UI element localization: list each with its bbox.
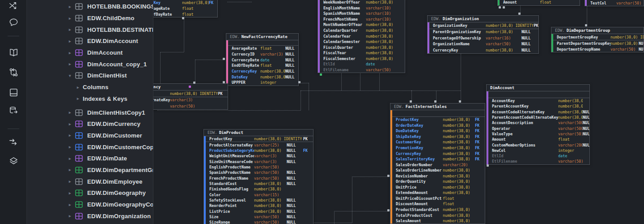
database-export-icon[interactable] xyxy=(8,106,19,116)
column-row[interactable]: OrderQuantitynumber(38,0) xyxy=(392,179,485,185)
column-row[interactable]: TotalProductCostnumber(38,0) xyxy=(392,212,485,218)
table-card-testcol-table-partial[interactable]: TestColvarchar(50) xyxy=(585,0,644,6)
connection-point[interactable] xyxy=(182,17,184,19)
column-row[interactable]: CalendarSemesternumber(38,0) xyxy=(320,39,405,45)
column-row[interactable]: CurrencyIDvarchar(3)NULL xyxy=(228,52,298,57)
column-row[interactable]: CurrencyKeynumber(38,0)FK xyxy=(392,151,485,156)
tree-item-dimaccount-copy-1[interactable]: ▸DimAccount_copy_1 xyxy=(27,58,153,70)
column-row[interactable]: EnglishProductNamevarchar(50) xyxy=(206,164,313,170)
column-row[interactable]: CurrencyNamevarchar(50) xyxy=(153,103,228,109)
column-row[interactable]: RevisionNumbernumber(38,0) xyxy=(392,173,485,179)
column-row[interactable]: AccountDescriptionvarchar(500)NULL xyxy=(488,120,589,125)
double-arrow-right-icon[interactable] xyxy=(8,137,19,147)
column-row[interactable]: DueDateKeynumber(38,0)FK xyxy=(392,128,485,134)
column-row[interactable]: ReorderPointnumber(38,0)NULL xyxy=(206,203,313,208)
shuffle-icon[interactable] xyxy=(8,0,19,11)
column-row[interactable]: FiscalSemesternumber(38,0) xyxy=(320,56,405,61)
connection-point[interactable] xyxy=(459,100,461,103)
column-row[interactable]: SalesOrderLineNumbernumber(38,0) xyxy=(392,168,485,173)
chevron-right-icon[interactable]: ▸ xyxy=(69,16,75,21)
tree-item-edw-dimcustomer[interactable]: ▸EDW.DimCustomer xyxy=(27,130,153,142)
column-row[interactable]: UnitPriceDiscountPctfloat xyxy=(392,196,485,202)
column-row[interactable]: ListPricenumber(38,0)NULL xyxy=(206,208,313,214)
column-row[interactable]: SafetyStockLevelnumber(38,0)NULL xyxy=(206,198,313,203)
column-row[interactable]: SalesAmountnumber(38,0) xyxy=(392,218,485,224)
tree-item-dimaccount[interactable]: ▸DimAccount xyxy=(27,47,153,59)
column-row[interactable]: AccountKeynumber(38,0) xyxy=(488,98,589,103)
connection-point[interactable] xyxy=(585,24,587,26)
column-row[interactable]: EndOfDayRatefloat xyxy=(153,11,217,17)
connection-point[interactable] xyxy=(434,100,436,103)
table-card-dim-department-group[interactable]: EDW.DimDepartmentGroupDepartmentGroupKey… xyxy=(551,27,644,52)
tree-item-edw-dimdepartmentgroup[interactable]: ▸EDW.DimDepartmentGroup xyxy=(27,164,153,176)
connection-point[interactable] xyxy=(193,82,195,84)
diagram-canvas[interactable]: DateKeynumber(38,0)FKAverageRatefloatEnd… xyxy=(153,0,644,224)
chevron-right-icon[interactable]: ▸ xyxy=(69,133,75,138)
chevron-right-icon[interactable]: ▸ xyxy=(69,191,75,195)
column-row[interactable]: SpanishMonthNamevarchar(10) xyxy=(320,11,405,17)
connection-point[interactable] xyxy=(189,86,191,88)
column-row[interactable]: SizeUnitMeasureCodevarchar(3)NULL xyxy=(206,159,313,164)
column-row[interactable]: WeekNumberOfYearnumber(38,0) xyxy=(320,0,405,5)
column-row[interactable]: EtlIddate xyxy=(488,153,589,159)
column-row[interactable]: ParentAccountCodeAlternateKeynumber(38,0… xyxy=(488,115,589,120)
column-row[interactable]: DateKeynumber(38,0)FK xyxy=(153,0,217,5)
chevron-down-icon[interactable]: ▾ xyxy=(69,73,75,78)
table-card-green-table-partial[interactable]: Amountfloat xyxy=(497,0,580,6)
column-row[interactable]: CurrencyDatedateNULL xyxy=(228,57,298,63)
chevron-right-icon[interactable]: ▸ xyxy=(69,39,75,43)
column-row[interactable]: CurrencyKeynumber(38,0) IDENTITYPK xyxy=(153,90,228,97)
column-row[interactable]: OrganizationNamevarchar(50)NULL xyxy=(429,41,538,47)
column-row[interactable]: ProductStandardCostnumber(38,0) xyxy=(392,207,485,213)
column-row[interactable]: PromotionKeynumber(38,0)FK xyxy=(392,145,485,151)
connection-point[interactable] xyxy=(503,6,505,9)
chevron-right-icon[interactable]: ▸ xyxy=(77,85,83,90)
column-row[interactable]: OrganizationKeynumber(38,0) IDENTITYPK xyxy=(429,22,538,29)
tree-item-dimclienthistcopy1[interactable]: ▸DimClientHistCopy1 xyxy=(27,107,153,118)
table-card-dim-date-partial[interactable]: WeekNumberOfYearnumber(38,0)EnglishMonth… xyxy=(318,0,405,73)
tree-item-edw-dimgeographycopy1[interactable]: ▸EDW.DimGeographyCopy1 xyxy=(27,199,153,211)
column-row[interactable]: PercentageOfOwnershipvarchar(16)NULL xyxy=(429,35,538,41)
tree-item-edw-childdemo[interactable]: ▸EDW.ChildDemo xyxy=(27,13,153,24)
column-row[interactable]: FinishedGoodsFlagnumber(38,0) xyxy=(206,186,313,192)
column-row[interactable]: Colorvarchar(15) xyxy=(206,192,313,197)
chevron-right-icon[interactable]: ▸ xyxy=(69,27,75,32)
connection-point[interactable] xyxy=(298,81,301,83)
tree-item-edw-dimdate[interactable]: ▸EDW.DimDate xyxy=(27,153,153,164)
tree-item-hotelbnb-bookings[interactable]: ▸HOTELBNB.BOOKINGS xyxy=(27,1,153,13)
table-card-fact-internet-sales[interactable]: EDW.FactInternetSalesProductKeynumber(38… xyxy=(390,103,485,224)
column-row[interactable]: AccountCodeAlternateKeynumber(38,0)NULL xyxy=(488,109,589,115)
column-row[interactable]: MonthNumberOfYearnumber(38,0) xyxy=(320,22,405,28)
column-row[interactable]: CustomMemberOptionsvarchar(200)NULL xyxy=(488,142,589,147)
chevron-right-icon[interactable]: ▸ xyxy=(69,168,75,172)
column-row[interactable]: Amountfloat xyxy=(500,0,580,5)
column-row[interactable]: ParentDepartmentGroupKeynumber(38,0)NULL xyxy=(553,40,644,46)
column-row[interactable]: UPPPERinteger xyxy=(228,80,298,86)
column-row[interactable]: EtlFilenamevarchar(50) xyxy=(320,67,405,73)
chevron-right-icon[interactable]: ▸ xyxy=(69,214,75,218)
column-row[interactable]: SalesTerritoryKeynumber(38,0)FK xyxy=(392,156,485,162)
column-row[interactable]: AverageRatefloatNULL xyxy=(228,46,298,52)
chevron-right-icon[interactable]: ▸ xyxy=(69,122,75,126)
column-row[interactable]: Sizevarchar(50)NULL xyxy=(206,214,313,220)
connection-point[interactable] xyxy=(223,58,225,60)
column-row[interactable]: ProductKeynumber(38,0) IDENTITYPK xyxy=(206,136,313,142)
column-row[interactable]: DateKeynumber(38,0)NULLFK xyxy=(228,74,298,80)
column-row[interactable]: WeightUnitMeasureCodevarchar(3)NULL xyxy=(206,153,313,159)
chevron-right-icon[interactable]: ▸ xyxy=(69,145,75,149)
column-row[interactable]: CustomerKeynumber(38,0)FK xyxy=(392,139,485,145)
column-row[interactable]: EtlFilenamevarchar(50) xyxy=(488,159,589,164)
tree-subitem-indexes-keys[interactable]: ▸Indexes & Keys xyxy=(27,93,153,105)
table-card-dim-product[interactable]: EDW.DimProductProductKeynumber(38,0) IDE… xyxy=(203,129,314,224)
tree-item-dimclienthist[interactable]: ▾DimClientHist xyxy=(27,70,153,82)
tree-item-hotelbnb-destinations[interactable]: ▸HOTELBNB.DESTINATIONS xyxy=(27,24,153,35)
column-row[interactable]: EnglishMonthNamevarchar(10) xyxy=(320,5,405,11)
column-row[interactable]: AverageRatefloat xyxy=(153,5,217,11)
column-row[interactable]: Operatorvarchar(500)NULL xyxy=(488,125,589,131)
connection-point[interactable] xyxy=(387,175,390,177)
tree-item-edw-dimaccount[interactable]: ▸EDW.DimAccount xyxy=(27,35,153,47)
column-row[interactable]: OrderDateKeynumber(38,0)FK xyxy=(392,123,485,129)
column-row[interactable]: ProductAlternateKeyvarchar(25)NULL xyxy=(206,142,313,147)
connection-point[interactable] xyxy=(410,100,412,103)
column-row[interactable]: ValueTypevarchar(50)NULL xyxy=(488,131,589,137)
